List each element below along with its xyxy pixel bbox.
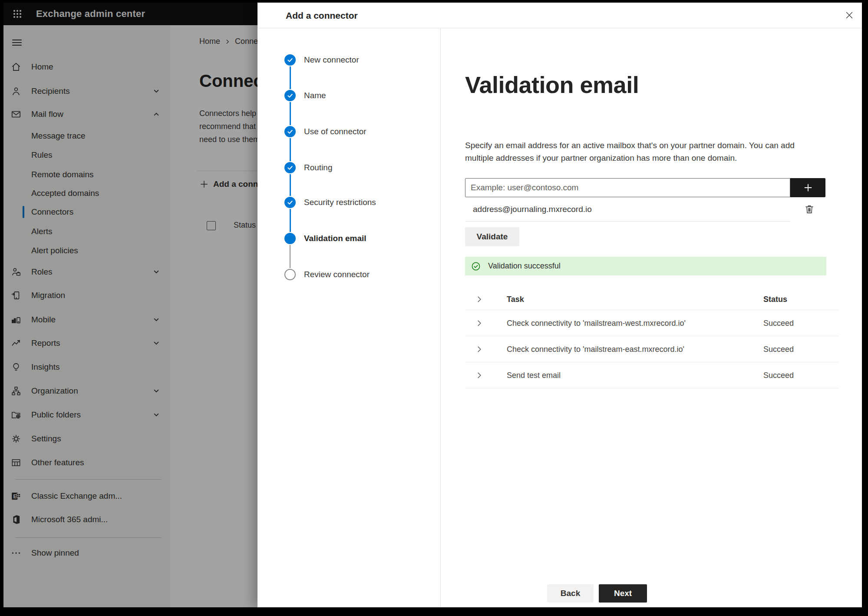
add-connector-panel: Add a connector New connector Name — [257, 3, 862, 607]
table-row: Check connectivity to 'mailstream-west.m… — [465, 310, 838, 336]
step-check-icon — [284, 162, 296, 173]
panel-footer: Back Next — [547, 584, 647, 603]
step-connector — [290, 138, 291, 161]
step-check-icon — [284, 90, 296, 101]
banner-text: Validation successful — [488, 262, 561, 271]
trash-icon — [804, 204, 815, 215]
chevron-right-icon[interactable] — [475, 295, 483, 303]
chevron-right-icon[interactable] — [475, 371, 483, 379]
content-description: Specify an email address for an active m… — [465, 139, 795, 164]
status-cell: Succeed — [763, 318, 794, 328]
steps-divider — [440, 29, 441, 607]
step-check-icon — [284, 197, 296, 208]
step-connector — [290, 245, 290, 268]
table-row: Send test email Succeed — [465, 362, 838, 388]
validate-button[interactable]: Validate — [465, 227, 519, 246]
column-header-task: Task — [507, 295, 524, 304]
modal-dim-overlay — [3, 3, 257, 607]
close-button[interactable] — [843, 9, 856, 22]
close-icon — [845, 10, 854, 20]
wizard-steps: New connector Name Use of connector Rout… — [257, 3, 440, 607]
step-current-icon — [284, 233, 296, 244]
step-connector — [290, 174, 291, 196]
back-button[interactable]: Back — [547, 584, 594, 603]
added-address: address@journaling.mxrecord.io — [473, 205, 592, 214]
plus-icon — [803, 182, 813, 193]
address-row: address@journaling.mxrecord.io — [465, 198, 825, 221]
step-check-icon — [284, 126, 296, 137]
table-row: Check connectivity to 'mailstream-east.m… — [465, 336, 838, 362]
delete-address-button[interactable] — [803, 203, 816, 216]
panel-content: Validation email Specify an email addres… — [465, 3, 838, 607]
task-cell: Check connectivity to 'mailstream-west.m… — [507, 318, 686, 328]
task-cell: Send test email — [507, 371, 561, 380]
success-banner: Validation successful — [465, 257, 826, 275]
step-connector — [290, 209, 291, 232]
step-connector — [290, 66, 291, 89]
next-button[interactable]: Next — [599, 584, 647, 603]
step-new-connector[interactable]: New connector — [257, 53, 359, 66]
status-cell: Succeed — [763, 344, 794, 354]
chevron-right-icon[interactable] — [475, 345, 483, 353]
status-cell: Succeed — [763, 371, 794, 380]
validation-task-table: Task Status Check connectivity to 'mails… — [465, 288, 838, 388]
step-use-of-connector[interactable]: Use of connector — [257, 125, 366, 138]
chevron-right-icon[interactable] — [475, 319, 483, 327]
task-cell: Check connectivity to 'mailstream-east.m… — [507, 344, 684, 354]
step-pending-icon — [284, 269, 296, 280]
content-heading: Validation email — [465, 71, 639, 98]
screen: Exchange admin center Home Recipients Ma… — [3, 3, 862, 607]
email-input[interactable] — [465, 178, 790, 197]
table-header-row: Task Status — [465, 288, 838, 310]
address-divider — [465, 221, 790, 222]
step-check-icon — [284, 54, 296, 66]
success-check-icon — [471, 262, 481, 271]
column-header-status: Status — [763, 295, 787, 304]
email-input-row — [465, 178, 825, 197]
step-connector — [290, 102, 291, 125]
step-validation-email[interactable]: Validation email — [257, 232, 366, 245]
step-security-restrictions[interactable]: Security restrictions — [257, 196, 376, 209]
step-routing[interactable]: Routing — [257, 161, 333, 174]
add-address-button[interactable] — [790, 178, 825, 197]
step-name[interactable]: Name — [257, 89, 326, 102]
step-review-connector[interactable]: Review connector — [257, 268, 370, 281]
